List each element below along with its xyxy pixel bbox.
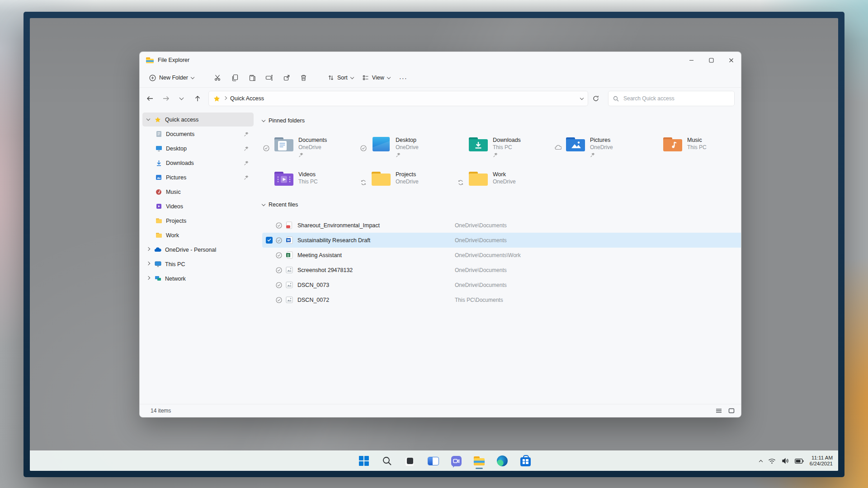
delete-button[interactable] (296, 71, 312, 84)
onedrive-cloud-icon (152, 247, 163, 252)
start-button[interactable] (356, 452, 372, 470)
selected-checkbox[interactable] (266, 237, 273, 244)
breadcrumb[interactable]: Quick Access (208, 91, 588, 106)
file-row-dscn-0072[interactable]: DSCN_0072 This PC\Documents (262, 292, 741, 307)
view-button[interactable]: View (359, 72, 394, 84)
task-view-button[interactable] (402, 452, 418, 470)
titlebar[interactable]: File Explorer (140, 52, 741, 68)
minimize-button[interactable] (681, 52, 701, 68)
tile-name: Pictures (590, 137, 613, 143)
see-more-button[interactable]: ··· (395, 71, 411, 84)
widgets-button[interactable] (425, 452, 441, 470)
file-explorer-window: File Explorer New Folder (139, 52, 741, 418)
sidebar-item-onedrive-personal[interactable]: OneDrive - Personal (142, 243, 254, 257)
sidebar-item-this-pc[interactable]: This PC (142, 257, 254, 271)
file-explorer-taskbar-button[interactable] (472, 452, 487, 470)
file-row-shareout-environmental-impact[interactable]: Shareout_Environmental_Impact OneDrive\D… (262, 218, 741, 233)
search-input[interactable] (623, 95, 730, 102)
recent-locations-button[interactable] (174, 91, 189, 106)
file-explorer-app-icon (146, 57, 154, 63)
status-bar: 14 items (140, 404, 741, 417)
search-box[interactable] (608, 91, 735, 106)
sidebar-item-work[interactable]: Work (151, 228, 254, 242)
tile-pictures[interactable]: Pictures OneDrive (565, 135, 662, 164)
file-explorer-icon (473, 456, 485, 466)
pin-icon (493, 152, 521, 158)
store-button[interactable] (518, 452, 533, 470)
recent-files-header[interactable]: Recent files (262, 200, 741, 209)
star-icon (152, 117, 163, 123)
address-dropdown-icon[interactable] (580, 96, 584, 99)
sidebar-item-label: Videos (166, 203, 183, 210)
new-folder-button[interactable]: New Folder (145, 72, 198, 84)
documents-folder-icon (274, 135, 294, 153)
close-button[interactable] (721, 52, 741, 68)
sync-ok-icon (276, 282, 282, 288)
sidebar-item-documents[interactable]: Documents (151, 127, 254, 141)
file-path: This PC\Documents (455, 297, 503, 303)
sync-ok-icon (276, 222, 282, 229)
sidebar-item-pictures[interactable]: Pictures (151, 170, 254, 184)
pin-icon (590, 152, 613, 158)
sidebar-item-music[interactable]: Music (151, 185, 254, 199)
file-name: DSCN_0072 (297, 297, 329, 303)
sync-ok-icon (263, 145, 269, 151)
large-icons-view-toggle[interactable] (728, 408, 735, 413)
pinned-folders-header[interactable]: Pinned folders (262, 116, 741, 125)
sidebar-item-projects[interactable]: Projects (151, 214, 254, 228)
file-path: OneDrive\Documents\Work (455, 252, 521, 258)
tile-location: This PC (687, 144, 707, 150)
refresh-button[interactable] (589, 92, 603, 105)
sort-button[interactable]: Sort (324, 72, 358, 84)
sidebar-item-desktop[interactable]: Desktop (151, 141, 254, 155)
pictures-icon (153, 174, 164, 180)
cut-button[interactable] (210, 71, 226, 84)
volume-icon[interactable] (782, 458, 789, 464)
file-name: Screenshot 29478132 (297, 267, 353, 273)
teams-chat-icon (451, 456, 461, 466)
file-path: OneDrive\Documents (455, 237, 507, 244)
tile-name: Music (687, 137, 707, 143)
sync-ok-icon (276, 237, 282, 244)
tile-documents[interactable]: Documents OneDrive (274, 135, 371, 164)
copy-button[interactable] (227, 71, 243, 84)
sidebar-item-downloads[interactable]: Downloads (151, 156, 254, 170)
pinned-folders-grid: Documents OneDrive Desktop OneDrive (274, 135, 741, 198)
forward-button[interactable] (158, 91, 173, 106)
edge-button[interactable] (495, 452, 510, 470)
file-path: OneDrive\Documents (455, 267, 507, 273)
sidebar-item-network[interactable]: Network (142, 272, 254, 286)
file-name: Meeting Assistant (297, 252, 342, 258)
tile-music[interactable]: Music This PC (662, 135, 741, 164)
file-row-sustainability-research-draft[interactable]: W Sustainability Research Draft OneDrive… (262, 233, 741, 248)
tile-projects[interactable]: Projects OneDrive (371, 169, 468, 198)
up-button[interactable] (190, 91, 205, 106)
search-button[interactable] (379, 452, 395, 470)
back-button[interactable] (142, 91, 157, 106)
maximize-button[interactable] (701, 52, 721, 68)
clock[interactable]: 11:11 AM 6/24/2021 (810, 455, 833, 467)
chevron-down-icon (179, 96, 184, 100)
sidebar-item-quick-access[interactable]: Quick access (142, 113, 254, 127)
tile-location: This PC (493, 144, 521, 150)
paste-button[interactable] (244, 71, 260, 84)
navigation-pane: Quick access Documents Desktop Downloads (140, 109, 258, 404)
file-row-meeting-assistant[interactable]: Meeting Assistant OneDrive\Documents\Wor… (262, 248, 741, 263)
battery-icon[interactable] (795, 459, 804, 464)
hidden-icons-chevron[interactable] (760, 457, 762, 465)
details-view-toggle[interactable] (716, 408, 722, 413)
pin-icon (396, 152, 419, 158)
share-button[interactable] (278, 71, 295, 84)
tile-work[interactable]: Work OneDrive (468, 169, 565, 198)
videos-folder-icon (274, 169, 294, 188)
file-row-screenshot-29478132[interactable]: Screenshot 29478132 OneDrive\Documents (262, 263, 741, 277)
image-file-icon (286, 267, 293, 273)
file-row-dscn-0073[interactable]: DSCN_0073 OneDrive\Documents (262, 277, 741, 292)
tile-downloads[interactable]: Downloads This PC (468, 135, 565, 164)
rename-button[interactable] (261, 71, 278, 84)
wifi-icon[interactable] (768, 458, 776, 464)
sidebar-item-videos[interactable]: Videos (151, 199, 254, 213)
tile-videos[interactable]: Videos This PC (274, 169, 371, 198)
teams-chat-button[interactable] (448, 452, 464, 470)
tile-desktop[interactable]: Desktop OneDrive (371, 135, 468, 164)
